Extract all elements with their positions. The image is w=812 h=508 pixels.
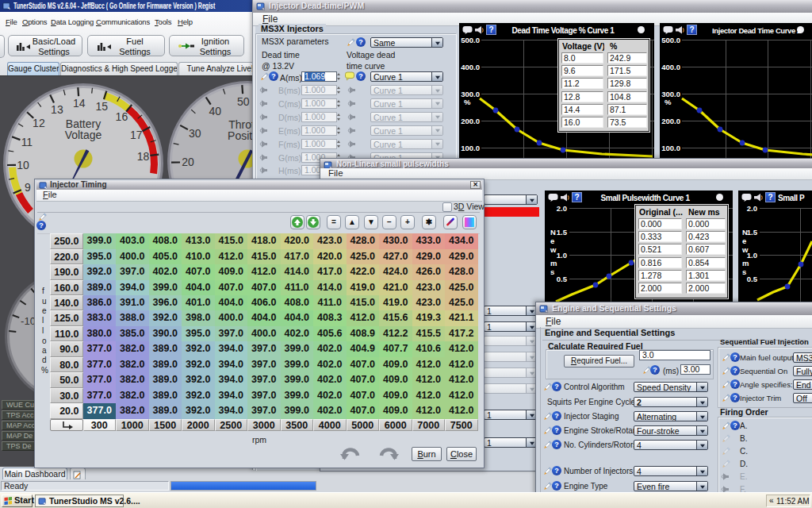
svg-text:13: 13 xyxy=(51,103,63,116)
svg-text:40: 40 xyxy=(209,105,221,117)
svg-text:17: 17 xyxy=(129,129,142,141)
svg-text:50: 50 xyxy=(237,95,250,108)
svg-text:30: 30 xyxy=(189,127,201,140)
svg-text:20: 20 xyxy=(182,156,194,168)
svg-text:14: 14 xyxy=(72,97,85,110)
svg-text:10: 10 xyxy=(17,159,29,171)
svg-text:12: 12 xyxy=(33,117,45,129)
svg-text:9: 9 xyxy=(25,181,31,194)
svg-text:11: 11 xyxy=(21,136,33,148)
svg-text:Voltage: Voltage xyxy=(64,129,102,141)
svg-text:15: 15 xyxy=(95,100,108,113)
svg-text:16: 16 xyxy=(115,110,128,123)
svg-text:18: 18 xyxy=(136,150,149,163)
